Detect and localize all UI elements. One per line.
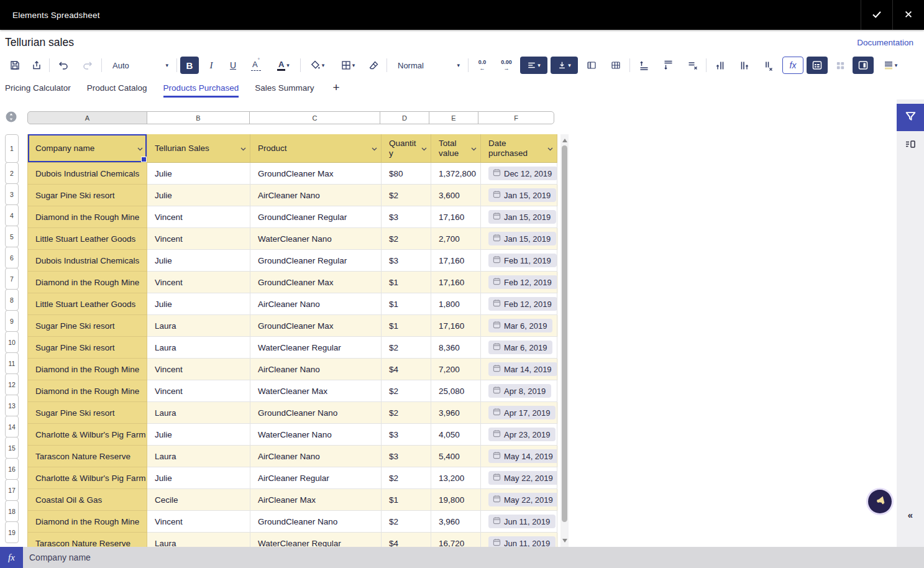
- cell-C7[interactable]: GroundCleaner Max: [250, 272, 382, 293]
- cell-D17[interactable]: $1: [382, 489, 431, 511]
- formula-fx-button[interactable]: fx: [0, 547, 23, 568]
- scroll-up-icon[interactable]: [562, 139, 567, 142]
- cell-A3[interactable]: Sugar Pine Ski resort: [27, 185, 147, 206]
- cell-D15[interactable]: $3: [382, 446, 431, 467]
- cell-A7[interactable]: Diamond in the Rough Mine: [27, 272, 147, 293]
- cell-E12[interactable]: 25,080: [431, 380, 481, 402]
- cell-A17[interactable]: Coastal Oil & Gas: [27, 489, 147, 511]
- cell-C12[interactable]: WaterCleaner Max: [250, 380, 382, 402]
- documentation-link[interactable]: Documentation: [857, 38, 913, 47]
- cell-E2[interactable]: 1,372,800: [431, 163, 481, 185]
- cell-B16[interactable]: Julie: [147, 467, 250, 489]
- cell-A8[interactable]: Little Stuart Leather Goods: [27, 293, 147, 315]
- date-pill[interactable]: Feb 11, 2019: [488, 254, 557, 267]
- row-header-19[interactable]: 19: [5, 521, 19, 543]
- cell-F14[interactable]: Apr 23, 2019: [481, 424, 557, 446]
- cell-D11[interactable]: $4: [382, 359, 431, 380]
- show-formulas-button[interactable]: fx: [782, 57, 803, 74]
- cell-A10[interactable]: Sugar Pine Ski resort: [27, 337, 147, 359]
- column-filter-chevron-icon[interactable]: [471, 144, 477, 153]
- row-header-2[interactable]: 2: [5, 162, 19, 184]
- column-header-F[interactable]: F: [478, 111, 554, 124]
- cell-A15[interactable]: Tarascon Nature Reserve: [27, 446, 147, 467]
- cell-B14[interactable]: Julie: [147, 424, 250, 446]
- cell-B10[interactable]: Laura: [147, 337, 250, 359]
- cell-D8[interactable]: $1: [382, 293, 431, 315]
- cell-E9[interactable]: 17,160: [431, 315, 481, 337]
- outline-panel-button[interactable]: [897, 131, 924, 158]
- cell-E7[interactable]: 17,160: [431, 272, 481, 293]
- date-pill[interactable]: Jun 11, 2019: [488, 536, 556, 547]
- date-pill[interactable]: Apr 8, 2019: [488, 384, 551, 398]
- cell-E13[interactable]: 3,960: [431, 402, 481, 424]
- insert-row-below-button[interactable]: [657, 57, 679, 74]
- cell-C13[interactable]: GroundCleaner Nano: [250, 402, 382, 424]
- date-pill[interactable]: Dec 12, 2019: [488, 167, 557, 180]
- collapse-sidebar-button[interactable]: «: [897, 507, 924, 522]
- announcements-button[interactable]: [868, 490, 892, 513]
- cell-C9[interactable]: GroundCleaner Max: [250, 315, 382, 337]
- cell-C5[interactable]: WaterCleaner Nano: [250, 228, 382, 250]
- cell-A19[interactable]: Tarascon Nature Reserve: [27, 533, 147, 547]
- tab-sales-summary[interactable]: Sales Summary: [255, 76, 314, 99]
- cell-A11[interactable]: Diamond in the Rough Mine: [27, 359, 147, 380]
- cell-C8[interactable]: AirCleaner Nano: [250, 293, 382, 315]
- cell-A5[interactable]: Little Stuart Leather Goods: [27, 228, 147, 250]
- cell-F5[interactable]: Jan 15, 2019: [481, 228, 557, 250]
- cell-E4[interactable]: 17,160: [431, 206, 481, 228]
- cell-B12[interactable]: Vincent: [147, 380, 250, 402]
- cell-B6[interactable]: Julie: [147, 250, 250, 272]
- cell-F11[interactable]: Mar 14, 2019: [481, 359, 557, 380]
- cell-B9[interactable]: Laura: [147, 315, 250, 337]
- text-effects-button[interactable]: A°: [245, 57, 267, 74]
- delete-column-button[interactable]: [758, 57, 779, 74]
- cell-A12[interactable]: Diamond in the Rough Mine: [27, 380, 147, 402]
- cell-C6[interactable]: GroundCleaner Regular: [250, 250, 382, 272]
- filter-button[interactable]: [897, 104, 924, 131]
- row-header-8[interactable]: 8: [5, 289, 19, 311]
- date-pill[interactable]: Apr 23, 2019: [488, 428, 556, 441]
- cell-E16[interactable]: 13,200: [431, 467, 481, 489]
- vertical-align-button[interactable]: ▾: [551, 57, 578, 74]
- cell-A14[interactable]: Charlotte & Wilbur's Pig Farm: [27, 424, 147, 446]
- cell-F19[interactable]: Jun 11, 2019: [481, 533, 557, 547]
- cell-C10[interactable]: WaterCleaner Regular: [250, 337, 382, 359]
- cell-A18[interactable]: Diamond in the Rough Mine: [27, 511, 147, 533]
- column-filter-chevron-icon[interactable]: [421, 144, 427, 153]
- close-button[interactable]: [892, 0, 924, 30]
- date-pill[interactable]: May 22, 2019: [488, 471, 557, 485]
- date-pill[interactable]: May 14, 2019: [488, 449, 557, 463]
- cell-B3[interactable]: Julie: [147, 185, 250, 206]
- row-header-3[interactable]: 3: [5, 183, 19, 205]
- cell-B15[interactable]: Laura: [147, 446, 250, 467]
- cell-F12[interactable]: Apr 8, 2019: [481, 380, 557, 402]
- row-header-18[interactable]: 18: [5, 500, 19, 522]
- grid-view-button[interactable]: [831, 57, 849, 74]
- cell-C18[interactable]: GroundCleaner Nano: [250, 511, 382, 533]
- row-header-1[interactable]: 1: [5, 134, 19, 163]
- tab-products-purchased[interactable]: Products Purchased: [163, 76, 239, 99]
- cell-E17[interactable]: 19,800: [431, 489, 481, 511]
- cell-E19[interactable]: 16,720: [431, 533, 481, 547]
- cell-D9[interactable]: $1: [382, 315, 431, 337]
- cell-D18[interactable]: $2: [382, 511, 431, 533]
- cell-E14[interactable]: 4,050: [431, 424, 481, 446]
- cell-E5[interactable]: 2,700: [431, 228, 481, 250]
- underline-button[interactable]: U: [224, 57, 242, 74]
- tab-product-catalog[interactable]: Product Catalog: [87, 76, 147, 99]
- row-header-11[interactable]: 11: [5, 352, 19, 374]
- header-cell-product[interactable]: Product: [250, 134, 382, 163]
- cell-B18[interactable]: Vincent: [147, 511, 250, 533]
- cell-E18[interactable]: 3,960: [431, 511, 481, 533]
- confirm-button[interactable]: [861, 0, 892, 30]
- row-header-9[interactable]: 9: [5, 310, 19, 332]
- column-header-B[interactable]: B: [147, 111, 250, 124]
- column-filter-chevron-icon[interactable]: [372, 144, 377, 153]
- row-header-13[interactable]: 13: [5, 395, 19, 416]
- date-pill[interactable]: Feb 12, 2019: [488, 297, 557, 311]
- merge-cells-button[interactable]: [581, 57, 602, 74]
- horizontal-align-button[interactable]: ▾: [520, 57, 547, 74]
- column-filter-chevron-icon[interactable]: [137, 144, 143, 153]
- cell-C11[interactable]: AirCleaner Nano: [250, 359, 382, 380]
- vertical-scrollbar[interactable]: [560, 134, 569, 547]
